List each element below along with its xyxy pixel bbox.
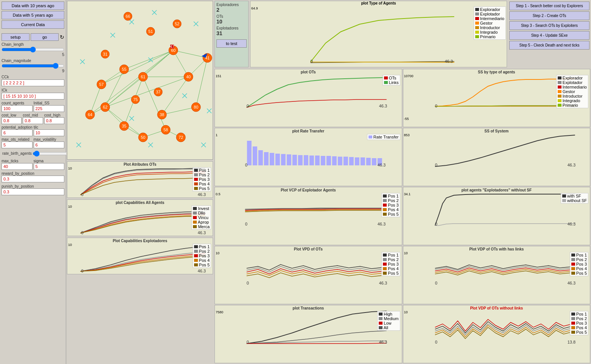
transactions-legend: High Medium Low All bbox=[377, 311, 400, 331]
svg-rect-112 bbox=[247, 141, 252, 165]
svg-text:46.3: 46.3 bbox=[198, 230, 206, 235]
svg-rect-129 bbox=[344, 157, 348, 165]
svg-rect-115 bbox=[264, 152, 269, 165]
sigma-val[interactable]: 5 bbox=[34, 163, 65, 170]
plot-vdp-nolinks-cell: Plot VDP of OTs without links 10 0 13.8 … bbox=[403, 305, 591, 363]
ss-sys-ymax: 853 bbox=[404, 133, 410, 137]
type-agents-title: plot Type of Agents bbox=[250, 1, 507, 5]
svg-text:51: 51 bbox=[148, 29, 153, 34]
plot-agents-sf-cell: plot agents "Explotadores" with/out SF 3… bbox=[403, 187, 591, 245]
svg-text:0: 0 bbox=[435, 340, 437, 344]
plot-cap-all: plot Capabilities All Agents 10 0 46.3 I… bbox=[67, 199, 213, 236]
step2-btn[interactable]: Step 2 - Create OTs bbox=[509, 11, 589, 20]
count-agents-val[interactable]: 100 bbox=[2, 105, 33, 112]
plot-vdp-links-cell: Plot VDP of OTs with has links 10 0 46.3… bbox=[403, 246, 591, 304]
ss-type-ymin: -55 bbox=[404, 117, 409, 121]
btn-current[interactable]: Current Data bbox=[2, 20, 64, 29]
step1-btn[interactable]: Step 1 - Search better cost by Explorers bbox=[509, 2, 589, 10]
svg-rect-122 bbox=[304, 155, 308, 165]
svg-rect-144 bbox=[435, 192, 575, 226]
ss-type-ymax: 10700 bbox=[404, 74, 414, 78]
step4-btn[interactable]: Step 4 - Update SExe bbox=[509, 31, 589, 40]
plot-ss-type-title: SS by type of agents bbox=[404, 70, 589, 74]
reward-val[interactable]: 0.3 bbox=[2, 176, 64, 182]
plot-vcp-title: Plot VCP of Explotador Agents bbox=[216, 188, 401, 192]
ots-val: 10 bbox=[216, 19, 247, 25]
initial-ss-label: Initial_SS bbox=[34, 101, 65, 105]
vdp-nolinks-ymax: 10 bbox=[404, 310, 408, 314]
ick-label: ICk bbox=[2, 88, 64, 92]
plots-bottom: Plot Atributes OTs 10 0 46.3 Pos 1 Pos bbox=[66, 160, 214, 364]
refresh-icon[interactable]: ↻ bbox=[60, 34, 64, 40]
max-volatility-val[interactable]: 6 bbox=[34, 142, 65, 148]
ots-label: OTs bbox=[216, 14, 247, 19]
max-ticks-val[interactable]: 40 bbox=[2, 163, 33, 170]
svg-text:31: 31 bbox=[103, 52, 107, 56]
punish-val[interactable]: 0.3 bbox=[2, 188, 64, 195]
setup-btn[interactable]: setup bbox=[2, 33, 30, 41]
vdp-nolinks-legend: Pos 1 Pos 2 Pos 3 Pos 4 Pos 5 bbox=[570, 311, 588, 335]
plot-attr-ots-title: Plot Atributes OTs bbox=[68, 162, 212, 166]
vpd-ots-legend: Pos 1 Pos 2 Pos 3 Pos 4 Pos 5 bbox=[381, 252, 400, 276]
vcp-legend: Pos 1 Pos 2 Pos 3 Pos 4 Pos 5 bbox=[381, 193, 400, 217]
step3-btn[interactable]: Step 3 - Search OTs by Exploiters bbox=[509, 21, 589, 30]
svg-rect-123 bbox=[309, 156, 314, 165]
svg-text:0: 0 bbox=[247, 281, 249, 285]
cap-explota-ymax: 10 bbox=[68, 243, 72, 247]
chain-magnitude-slider[interactable] bbox=[2, 63, 64, 68]
test-btn[interactable]: to test bbox=[216, 39, 247, 48]
svg-text:0: 0 bbox=[311, 59, 313, 64]
cck-val[interactable]: [ 2 2 2 2 2 ] bbox=[2, 79, 64, 86]
svg-text:0: 0 bbox=[435, 104, 437, 108]
svg-rect-113 bbox=[253, 146, 257, 165]
chain-magnitude-val: 9 bbox=[62, 68, 64, 73]
btn-5years[interactable]: Data with 5 years ago bbox=[2, 11, 64, 19]
svg-rect-93 bbox=[81, 166, 205, 197]
initial-ss-val[interactable]: 225 bbox=[34, 105, 65, 112]
agents-sf-ymax: 34.1 bbox=[404, 192, 411, 196]
potential-adoption-label: potential_adoption bbox=[2, 125, 33, 129]
svg-text:61: 61 bbox=[141, 75, 145, 79]
svg-text:37: 37 bbox=[156, 90, 160, 94]
btn-10years[interactable]: Data with 10 years ago bbox=[2, 2, 64, 10]
plot-ots-title: plot OTs bbox=[216, 70, 401, 74]
explotadores-val: 31 bbox=[216, 30, 247, 36]
right-panel: Exploradores 2 OTs 10 Explotadores 31 to… bbox=[214, 0, 591, 364]
max-ots-val[interactable]: 5 bbox=[2, 142, 33, 148]
plot-cap-explota-title: Plot Capabilities Explotadores bbox=[68, 239, 212, 243]
cost-high-val[interactable]: 0.8 bbox=[44, 117, 64, 124]
plot-transactions-title: plot Transactions bbox=[216, 306, 401, 310]
svg-rect-125 bbox=[321, 156, 325, 165]
chain-length-slider[interactable] bbox=[2, 47, 64, 52]
go-btn[interactable]: go bbox=[31, 33, 59, 41]
svg-text:52: 52 bbox=[175, 22, 179, 26]
svg-text:0: 0 bbox=[81, 269, 84, 273]
type-agents-plot: plot Type of Agents 64.9 0 46.3 Explorad… bbox=[250, 1, 507, 67]
plot-rate-cell: plot Rate Transfer 1 bbox=[215, 128, 402, 186]
cost-mid-val[interactable]: 0.8 bbox=[23, 117, 43, 124]
ick-val[interactable]: [ 15 15 10 10 10 ] bbox=[2, 93, 64, 100]
plot-ots-content: 151 0 46.3 OTs Links bbox=[216, 74, 401, 126]
max-ots-label: max_ots_related bbox=[2, 137, 33, 142]
plot-ots-cell: plot OTs 151 0 46.3 OTs Links bbox=[215, 69, 402, 127]
potential-adoption-val[interactable]: 6 bbox=[2, 129, 33, 136]
svg-text:0: 0 bbox=[245, 222, 247, 226]
svg-rect-116 bbox=[270, 153, 274, 165]
svg-text:58: 58 bbox=[163, 128, 168, 132]
svg-text:46.3: 46.3 bbox=[379, 104, 387, 108]
plot-vpd-ots-cell: Plot VPD of OTs 10 0 46.3 Pos 1 Pos 2 P bbox=[215, 246, 402, 304]
vdp-links-legend: Pos 1 Pos 2 Pos 3 Pos 4 Pos 5 bbox=[570, 252, 588, 276]
sigma-label: sigma bbox=[34, 159, 65, 163]
step5-btn[interactable]: Step 5 - Ckeck Death and next ticks bbox=[509, 41, 589, 50]
tilc-val[interactable]: 10 bbox=[34, 129, 64, 136]
plot-vdp-nolinks-content: 10 0 13.8 Pos 1 Pos 2 Pos 3 Pos bbox=[404, 310, 589, 362]
svg-rect-126 bbox=[327, 156, 331, 165]
cost-low-label: cost_low bbox=[2, 113, 22, 117]
cost-low-val[interactable]: 0.8 bbox=[2, 117, 22, 124]
chain-magnitude-label: Chain_magnitude bbox=[2, 59, 64, 63]
cck-label: CCk bbox=[2, 75, 64, 79]
plot-agents-sf-title: plot agents "Explotadores" with/out SF bbox=[404, 188, 589, 192]
plot-transactions-content: 7580 0 46.3 High Medium bbox=[216, 310, 401, 362]
plot-ss-system-cell: SS of System 853 0 46.3 bbox=[403, 128, 591, 186]
cap-explota-legend: Pos 1 Pos 2 Pos 3 Pos 4 Pos 5 bbox=[193, 244, 211, 268]
